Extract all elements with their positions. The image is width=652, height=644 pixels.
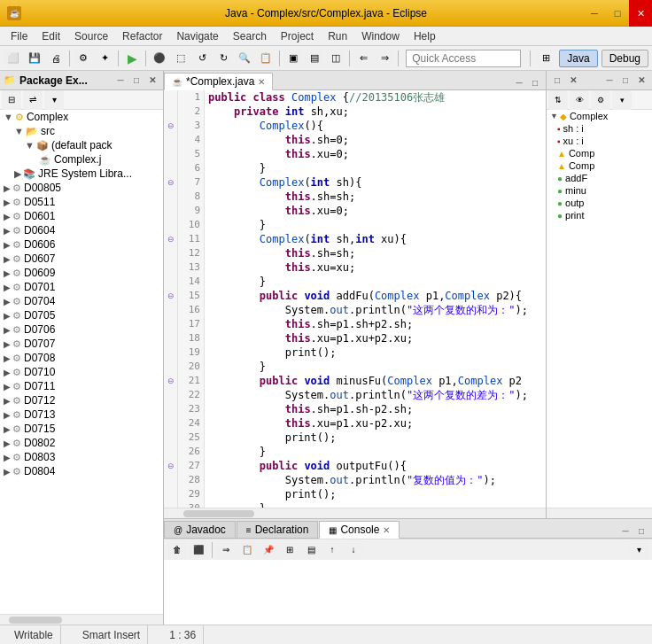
outline-btn-1[interactable]: □ [550, 74, 564, 88]
tree-item-d0607[interactable]: ▶⚙D0607 [0, 252, 163, 266]
console-btn-6[interactable]: ↑ [322, 540, 342, 560]
outline-item-comp1[interactable]: ▲ Comp [547, 147, 652, 159]
explorer-maximize-btn[interactable]: □ [129, 74, 144, 88]
outline-hide-btn[interactable]: 👁 [570, 90, 589, 110]
tab-declaration[interactable]: ≡ Declaration [237, 521, 319, 538]
minimize-button[interactable]: ─ [583, 0, 606, 27]
menu-refactor[interactable]: Refactor [115, 28, 169, 44]
outline-item-complex-class[interactable]: ▼ ◆ Complex [547, 110, 652, 122]
menu-edit[interactable]: Edit [35, 28, 67, 44]
outline-item-addf[interactable]: ● addF [547, 172, 652, 184]
console-btn-7[interactable]: ↓ [344, 540, 363, 560]
tree-item-complexj[interactable]: ☕ Complex.j [0, 152, 163, 167]
tool-11[interactable]: ⇐ [353, 49, 373, 68]
hscroll-thumb[interactable] [183, 510, 254, 517]
tool-9[interactable]: ▤ [305, 49, 324, 68]
tree-item-d0712[interactable]: ▶⚙D0712 [0, 393, 163, 407]
menu-run[interactable]: Run [321, 28, 354, 44]
tree-item-d0715[interactable]: ▶⚙D0715 [0, 422, 163, 436]
console-close-btn[interactable]: ✕ [383, 525, 390, 535]
tree-item-d0601[interactable]: ▶⚙D0601 [0, 209, 163, 223]
tree-item-d0706[interactable]: ▶⚙D0706 [0, 322, 163, 337]
outline-item-sh[interactable]: ▪ sh : i [547, 122, 652, 135]
console-clear-btn[interactable]: 🗑 [167, 540, 187, 560]
editor-hscroll[interactable] [164, 508, 546, 518]
tool-3[interactable]: ⬚ [171, 49, 190, 68]
console-content[interactable] [164, 560, 652, 625]
tree-item-src[interactable]: ▼ 📂 src [0, 124, 163, 138]
bottom-min-btn[interactable]: ─ [618, 524, 633, 538]
editor-tab-complexjava[interactable]: ☕ *Complex.java ✕ [164, 73, 273, 90]
tree-item-d0604[interactable]: ▶⚙D0604 [0, 223, 163, 237]
tool-4[interactable]: ↺ [192, 49, 212, 68]
maximize-button[interactable]: □ [606, 0, 629, 27]
tree-item-d00805[interactable]: ▶⚙D00805 [0, 181, 163, 195]
console-btn-1[interactable]: ⇒ [216, 540, 236, 560]
tree-item-d0707[interactable]: ▶⚙D0707 [0, 337, 163, 351]
tree-item-d0802[interactable]: ▶⚙D0802 [0, 436, 163, 450]
tree-item-d0705[interactable]: ▶⚙D0705 [0, 308, 163, 322]
console-stop-btn[interactable]: ⬛ [189, 540, 208, 560]
outline-item-print[interactable]: ● print [547, 209, 652, 221]
explorer-hscroll[interactable] [0, 614, 163, 625]
explorer-minimize-btn[interactable]: ─ [113, 74, 128, 88]
menu-search[interactable]: Search [226, 28, 274, 44]
tree-area[interactable]: ▼ ⚙ Complex ▼ 📂 src ▼ 📦 (default pack ☕ … [0, 110, 163, 614]
outline-close-btn[interactable]: ✕ [634, 74, 648, 88]
outline-tree[interactable]: ▼ ◆ Complex ▪ sh : i ▪ xu : i ▲ Comp [547, 110, 652, 508]
outline-btn-2[interactable]: ✕ [566, 74, 580, 88]
menu-navigate[interactable]: Navigate [169, 28, 225, 44]
editor-min-btn[interactable]: ─ [512, 75, 526, 89]
collapse-all-btn[interactable]: ⊟ [2, 90, 21, 110]
console-btn-4[interactable]: ⊞ [280, 540, 299, 560]
debug-perspective[interactable]: Debug [602, 50, 648, 67]
explorer-close-btn[interactable]: ✕ [145, 74, 159, 88]
print-button[interactable]: 🖨 [46, 49, 66, 68]
tree-item-d0804[interactable]: ▶⚙D0804 [0, 464, 163, 478]
console-btn-2[interactable]: 📋 [237, 540, 257, 560]
outline-max-btn[interactable]: □ [618, 74, 633, 88]
editor-max-btn[interactable]: □ [528, 75, 542, 89]
outline-sort-btn[interactable]: ⇅ [548, 90, 568, 110]
tree-item-d0713[interactable]: ▶⚙D0713 [0, 407, 163, 422]
outline-hscroll[interactable] [547, 508, 652, 518]
tool-10[interactable]: ◫ [326, 49, 345, 68]
explorer-menu-btn[interactable]: ▾ [44, 90, 64, 110]
tool-1[interactable]: ⚙ [74, 49, 93, 68]
tree-item-d0803[interactable]: ▶⚙D0803 [0, 450, 163, 464]
tool-12[interactable]: ⇒ [375, 49, 394, 68]
console-btn-5[interactable]: ▤ [301, 540, 321, 560]
debug-run-button[interactable]: ⚫ [150, 49, 169, 68]
outline-filter-btn[interactable]: ⚙ [591, 90, 610, 110]
new-button[interactable]: ⬜ [4, 49, 23, 68]
tool-7[interactable]: 📋 [256, 49, 276, 68]
link-editor-btn[interactable]: ⇌ [23, 90, 43, 110]
outline-menu-btn[interactable]: ▾ [612, 90, 632, 110]
save-button[interactable]: 💾 [25, 49, 44, 68]
quick-access-input[interactable] [406, 50, 521, 67]
tree-item-d0701[interactable]: ▶⚙D0701 [0, 280, 163, 294]
tool-8[interactable]: ▣ [283, 49, 303, 68]
tree-item-d0708[interactable]: ▶⚙D0708 [0, 351, 163, 365]
tab-console[interactable]: ▦ Console ✕ [319, 521, 400, 539]
outline-item-outp[interactable]: ● outp [547, 197, 652, 209]
tree-item-d0711[interactable]: ▶⚙D0711 [0, 379, 163, 393]
tree-item-d0704[interactable]: ▶⚙D0704 [0, 294, 163, 308]
outline-item-minu[interactable]: ● minu [547, 184, 652, 197]
perspective-toggle[interactable]: ⊞ [536, 49, 555, 68]
menu-help[interactable]: Help [407, 28, 443, 44]
tree-item-jre[interactable]: ▶ 📚 JRE System Libra... [0, 167, 163, 181]
tab-javadoc[interactable]: @ Javadoc [164, 521, 236, 538]
console-btn-3[interactable]: 📌 [259, 540, 278, 560]
tool-6[interactable]: 🔍 [235, 49, 254, 68]
tree-item-default-pkg[interactable]: ▼ 📦 (default pack [0, 138, 163, 152]
tree-item-d0609[interactable]: ▶⚙D0609 [0, 266, 163, 280]
tab-close-btn[interactable]: ✕ [258, 77, 265, 87]
menu-project[interactable]: Project [274, 28, 321, 44]
close-button[interactable]: ✕ [629, 0, 652, 27]
run-button[interactable]: ▶ [122, 49, 142, 68]
tree-item-complex[interactable]: ▼ ⚙ Complex [0, 110, 163, 124]
outline-item-xu[interactable]: ▪ xu : i [547, 135, 652, 147]
tool-5[interactable]: ↻ [213, 49, 233, 68]
console-btn-8[interactable]: ▾ [629, 540, 648, 560]
